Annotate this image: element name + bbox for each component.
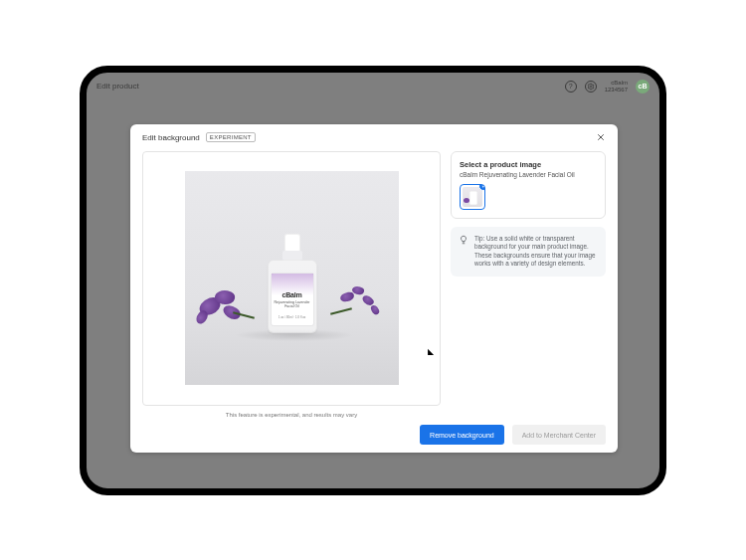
flower-decoration [193, 280, 253, 330]
product-bottle: cBalm Rejuvenating Lavender Facial Oil 1… [263, 234, 322, 333]
avatar[interactable]: cB [636, 80, 650, 93]
select-image-card: Select a product image cBalm Rejuvenatin… [451, 151, 606, 219]
app-bar: Edit product ? cBalm 1234567 cB [87, 73, 659, 100]
experiment-badge: EXPERIMENT [206, 132, 256, 142]
help-icon[interactable]: ? [565, 81, 577, 93]
modal-title: Edit background [142, 133, 200, 142]
edit-background-modal: Edit background EXPERIMENT [130, 124, 618, 453]
close-icon[interactable] [594, 130, 608, 144]
modal-header: Edit background EXPERIMENT [130, 124, 618, 151]
gear-icon[interactable] [585, 81, 597, 93]
device-frame: Edit product ? cBalm 1234567 cB Edit bac… [80, 66, 666, 495]
page-title: Edit product [96, 82, 139, 91]
product-image: cBalm Rejuvenating Lavender Facial Oil 1… [185, 171, 399, 385]
product-name: cBalm Rejuvenating Lavender Facial Oil [460, 171, 597, 178]
account-label: cBalm 1234567 [605, 80, 628, 93]
tip-text: Tip: Use a solid white or transparent ba… [474, 235, 598, 269]
tip-card: Tip: Use a solid white or transparent ba… [451, 227, 606, 277]
select-image-title: Select a product image [460, 160, 597, 169]
product-brand: cBalm [281, 291, 301, 298]
add-to-merchant-center-button: Add to Merchant Center [512, 425, 606, 445]
flower-decoration [336, 280, 391, 325]
product-label-sub: Rejuvenating Lavender Facial Oil [272, 300, 313, 308]
product-label-volume: 1 oz / 30ml · 1.0 fl oz [279, 315, 306, 319]
modal-footer: Remove background Add to Merchant Center [130, 418, 618, 453]
cursor-icon: ◣ [428, 347, 434, 356]
lightbulb-icon [459, 235, 468, 245]
remove-background-button[interactable]: Remove background [420, 425, 504, 445]
image-preview: cBalm Rejuvenating Lavender Facial Oil 1… [142, 151, 441, 406]
svg-point-0 [590, 86, 592, 88]
check-icon: ✓ [478, 184, 485, 191]
image-thumbnail[interactable]: ✓ [460, 184, 485, 210]
